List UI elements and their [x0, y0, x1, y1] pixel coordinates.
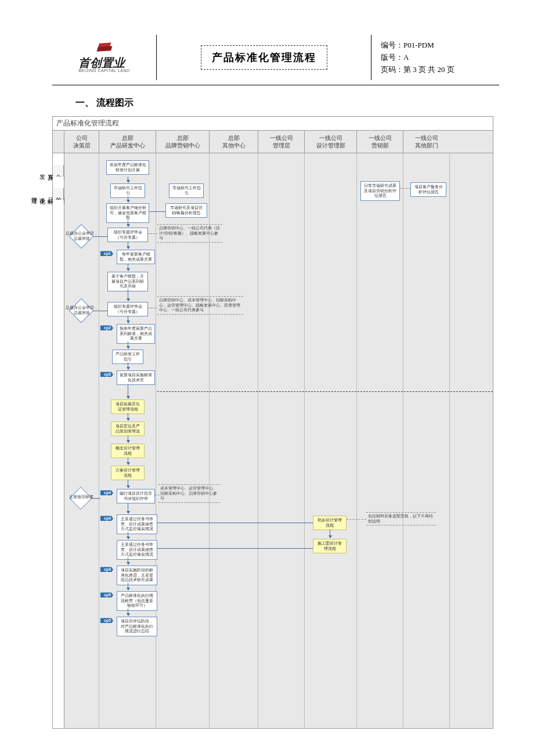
section-heading: 一、 流程图示: [75, 97, 499, 109]
note: 成本管理中心、运营管理中心、招标采购中心、品牌营销中心参与: [158, 484, 220, 502]
node: 组织专题评审会（可分专题）: [107, 228, 148, 242]
logo-text-cn: 首创置业: [78, 57, 129, 69]
flow-title: 产品标准化管理流程: [53, 117, 493, 130]
ref-process: 方案设计管理流程: [111, 466, 145, 480]
decision-text: 总裁办公会审议，总裁审批: [64, 305, 99, 315]
note: 品牌营销中心、一线公司代表（设计/营销/客服）、战略发展中心参与: [157, 224, 222, 242]
logo-text-en: BEIJING CAPITAL LAND: [78, 69, 129, 73]
node: 更新项目实施标准化技术库: [117, 370, 155, 385]
side-label-2: 项目实施阶段的产品标准化管理: [53, 188, 64, 200]
meta-block: 编号：P01-PDM 版号：A 页码：第 3 页 共 20 页: [371, 35, 499, 80]
ref-process: 项目拓展及论证管理流程: [111, 399, 145, 414]
node: 组织开展客户细分研究，健全完善客户模型: [106, 203, 149, 222]
ref-process: 项目定位及产品策划管理流: [111, 422, 145, 436]
lane-headers: 公司 决策层 总部 产品研发中心 总部 品牌营销中心 总部 其他中心 一线公司 …: [53, 130, 493, 153]
doc-header: 首创置业 BEIJING CAPITAL LAND 产品标准化管理流程 编号：P…: [52, 35, 499, 85]
phase-separator: [157, 391, 493, 392]
lane-header: 一线公司 设计管理部: [305, 131, 357, 153]
lane-header: 总部 品牌营销中心: [156, 131, 210, 153]
node: 项目客户服务分析评估报告: [410, 182, 446, 197]
checkpoint: cp4: [100, 490, 113, 495]
lane-header: 一线公司 管理层: [258, 131, 305, 153]
lane-header: 一线公司 营销部: [357, 131, 403, 153]
node: 基于客户模型，开展项目产品系列研究及升级: [107, 272, 148, 291]
node: 产品标准化执行情况检查（包括重要验收环节）: [117, 591, 157, 610]
flowchart: 产品标准化管理流程 公司 决策层 总部 产品研发中心 总部 品牌营销中心 总部 …: [52, 116, 493, 729]
page-label: 页码：: [381, 65, 403, 74]
ref-process: 概念设计管理流程: [111, 444, 145, 458]
code-value: P01-PDM: [403, 41, 434, 49]
logo-block: 首创置业 BEIJING CAPITAL LAND: [52, 35, 157, 80]
doc-title: 产品标准化管理流程: [201, 45, 327, 70]
node: 项目后评估阶段，对产品标准化执行情况进行总结: [117, 617, 157, 636]
decision-text: 总裁办公会审议，总裁审批: [64, 231, 99, 241]
node: 每年更新客户模型，相关成果共享: [117, 250, 155, 264]
page: 首创置业 BEIJING CAPITAL LAND 产品标准化管理流程 编号：P…: [0, 0, 534, 729]
checkpoint: cp5: [100, 618, 113, 623]
lane-header: 总部 产品研发中心: [99, 131, 156, 153]
decision-text: 主管领导联签: [63, 495, 99, 499]
code-label: 编号：: [381, 41, 403, 49]
side-label-1: 产品标准化体系开发: [53, 165, 64, 177]
checkpoint: cp2: [100, 325, 113, 330]
node: 编订项目设计指导书并组织评审: [117, 489, 155, 503]
node: 市场研究工作指引: [169, 183, 204, 198]
checkpoint: cp4: [100, 516, 113, 521]
version-label: 版号：: [381, 53, 403, 62]
lane-header: 公司 决策层: [64, 131, 99, 153]
node: 项目实施阶段的标准化推进，主要是部品技术研究成果: [117, 566, 157, 585]
node: 依据年度产品标准化研发计划开展: [106, 160, 149, 175]
page-value: 第 3 页 共 20 页: [403, 65, 454, 74]
lane-header: 一线公司 其他部门: [403, 131, 450, 153]
node: 主要通过任务书审查、设计成果抽查方式监控落实情况: [117, 514, 157, 534]
flow-body: 产品标准化体系开发 项目实施阶段的产品标准化管理 依据年度产品标准化研发计划开展: [53, 153, 493, 728]
checkpoint: cp3: [100, 372, 113, 377]
node: 颁布年度最新产品系列标准，相关成果共享: [117, 324, 155, 343]
checkpoint: cp4: [100, 567, 113, 572]
title-block: 产品标准化管理流程: [157, 35, 371, 80]
ref-process: 初步设计管理流程: [313, 516, 347, 530]
logo-icon: [96, 43, 113, 53]
note: 品牌营销中心、成本管理中心、招标采购中心、运营管理中心、战略发展中心、投资管理中…: [157, 296, 243, 314]
node: 日常市场研究成果及项目营销分析评估报告: [360, 181, 400, 200]
node: 市场研究及项目营销/客服分析报告: [165, 203, 207, 218]
node: 主要通过任务书审查、设计成果抽查方式监控落实情况: [117, 540, 157, 559]
lane-header: 总部 其他中心: [210, 131, 258, 153]
note: 包括材料设备选型定板，以下不再特别说明: [366, 512, 436, 525]
checkpoint: cp1: [100, 251, 113, 256]
node: 组织专题评审会（可分专题）: [107, 302, 148, 316]
version-value: A: [403, 53, 409, 62]
checkpoint: cp5: [100, 592, 113, 597]
ref-process: 施工图设计管理流程: [313, 539, 347, 553]
